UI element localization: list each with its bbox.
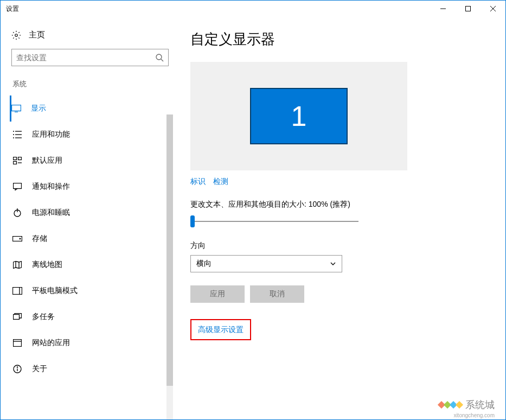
monitor-preview: 1 <box>190 62 407 170</box>
nav-label: 显示 <box>31 104 46 113</box>
maximize-button[interactable] <box>456 1 481 17</box>
multitask-icon <box>12 312 22 322</box>
svg-rect-17 <box>14 162 17 164</box>
chevron-down-icon <box>330 260 336 267</box>
svg-rect-7 <box>12 105 21 111</box>
watermark-url: xitongcheng.com <box>453 412 495 418</box>
list-icon <box>12 130 22 139</box>
orientation-value: 横向 <box>196 259 212 269</box>
orientation-select[interactable]: 横向 <box>190 255 342 272</box>
titlebar-controls <box>431 1 505 17</box>
scale-slider[interactable] <box>190 215 358 228</box>
apply-button[interactable]: 应用 <box>190 285 245 303</box>
minimize-icon <box>440 6 446 11</box>
window-title: 设置 <box>6 4 431 14</box>
watermark-text: 系统城 <box>465 398 495 411</box>
nav-label: 存储 <box>32 234 47 244</box>
nav-label: 多任务 <box>32 312 55 322</box>
power-icon <box>12 208 22 218</box>
category-label: 系统 <box>11 79 174 89</box>
nav-label: 离线地图 <box>32 260 62 270</box>
home-button[interactable]: 主页 <box>11 28 174 49</box>
grid-icon <box>12 156 22 166</box>
nav-label: 通知和操作 <box>32 182 70 192</box>
windows-logo-icon <box>439 402 462 408</box>
button-row: 应用 取消 <box>190 285 489 303</box>
drive-icon <box>12 234 22 244</box>
nav-item-default-apps[interactable]: 默认应用 <box>11 148 174 174</box>
identify-link[interactable]: 标识 <box>190 177 206 187</box>
search-box[interactable] <box>11 49 169 66</box>
display-icon <box>11 104 21 113</box>
nav-item-power-sleep[interactable]: 电源和睡眠 <box>11 200 174 226</box>
nav-label: 网站的应用 <box>32 338 70 348</box>
sidebar-scrollbar[interactable] <box>166 114 173 419</box>
cancel-button[interactable]: 取消 <box>250 285 304 303</box>
slider-track <box>190 221 358 222</box>
advanced-display-link[interactable]: 高级显示设置 <box>198 325 244 334</box>
svg-point-33 <box>17 367 17 367</box>
nav-label: 默认应用 <box>32 156 62 166</box>
svg-rect-16 <box>18 157 22 160</box>
scale-label: 更改文本、应用和其他项目的大小: 100% (推荐) <box>190 200 489 209</box>
svg-rect-1 <box>466 7 471 11</box>
slider-thumb[interactable] <box>190 215 195 227</box>
page-title: 自定义显示器 <box>190 30 489 49</box>
chat-icon <box>12 182 22 192</box>
close-button[interactable] <box>481 1 505 17</box>
nav-item-about[interactable]: 关于 <box>11 356 174 382</box>
svg-line-6 <box>161 59 163 61</box>
search-input[interactable] <box>16 53 155 62</box>
titlebar: 设置 <box>1 1 505 17</box>
svg-rect-15 <box>14 157 17 160</box>
svg-rect-28 <box>14 315 20 320</box>
nav-item-display[interactable]: 显示 <box>10 96 174 122</box>
gear-icon <box>11 30 21 40</box>
svg-point-23 <box>20 238 21 239</box>
watermark: 系统城 <box>439 398 495 411</box>
nav-list: 显示 应用和功能 默认应用 通知和操作 电源和睡眠 存储 <box>11 96 174 382</box>
scrollbar-thumb[interactable] <box>166 114 173 386</box>
nav-label: 平板电脑模式 <box>32 286 78 296</box>
nav-item-multitasking[interactable]: 多任务 <box>11 304 174 330</box>
detect-link[interactable]: 检测 <box>213 177 228 187</box>
monitor-number: 1 <box>291 100 307 132</box>
svg-rect-19 <box>14 183 22 189</box>
info-icon <box>12 364 22 374</box>
sidebar: 主页 系统 显示 应用和功能 默认应用 <box>1 17 174 419</box>
search-icon <box>155 53 164 62</box>
svg-rect-29 <box>14 340 22 347</box>
map-icon <box>12 260 22 270</box>
main-panel: 自定义显示器 1 标识 检测 更改文本、应用和其他项目的大小: 100% (推荐… <box>174 17 505 419</box>
nav-label: 电源和睡眠 <box>32 208 70 218</box>
svg-point-4 <box>15 34 18 36</box>
svg-rect-26 <box>13 288 22 295</box>
nav-label: 应用和功能 <box>32 130 70 139</box>
highlight-annotation: 高级显示设置 <box>190 319 251 340</box>
nav-item-storage[interactable]: 存储 <box>11 226 174 252</box>
svg-point-5 <box>156 54 162 60</box>
close-icon <box>490 6 496 11</box>
tablet-icon <box>12 286 22 296</box>
monitor-1[interactable]: 1 <box>250 88 348 144</box>
orientation-label: 方向 <box>190 241 489 251</box>
window-icon <box>12 338 22 348</box>
nav-item-offline-maps[interactable]: 离线地图 <box>11 252 174 278</box>
nav-item-notifications[interactable]: 通知和操作 <box>11 174 174 200</box>
home-label: 主页 <box>29 30 45 40</box>
maximize-icon <box>465 6 471 11</box>
nav-item-apps-features[interactable]: 应用和功能 <box>11 122 174 148</box>
nav-label: 关于 <box>32 364 47 374</box>
minimize-button[interactable] <box>431 1 456 17</box>
display-links: 标识 检测 <box>190 177 489 187</box>
nav-item-tablet-mode[interactable]: 平板电脑模式 <box>11 278 174 304</box>
nav-item-apps-websites[interactable]: 网站的应用 <box>11 330 174 356</box>
